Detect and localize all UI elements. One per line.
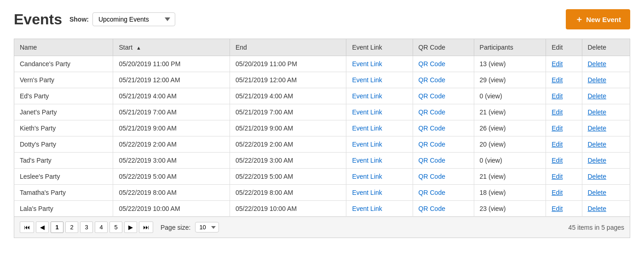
first-page-button[interactable]: ⏮ (20, 221, 34, 233)
edit-link[interactable]: Edit (552, 189, 563, 196)
cell-event-link[interactable]: Event Link (346, 153, 413, 169)
cell-qr-code[interactable]: QR Code (413, 153, 474, 169)
qr-code-anchor[interactable]: QR Code (419, 189, 445, 196)
cell-event-link[interactable]: Event Link (346, 201, 413, 217)
cell-qr-code[interactable]: QR Code (413, 136, 474, 153)
edit-link[interactable]: Edit (552, 205, 563, 212)
delete-link[interactable]: Delete (588, 157, 606, 164)
cell-edit[interactable]: Edit (546, 136, 582, 153)
qr-code-anchor[interactable]: QR Code (419, 141, 445, 148)
page-1-button[interactable]: 1 (51, 221, 63, 233)
next-page-button[interactable]: ▶ (124, 221, 137, 233)
delete-link[interactable]: Delete (588, 60, 606, 68)
delete-link[interactable]: Delete (588, 205, 606, 212)
cell-qr-code[interactable]: QR Code (413, 104, 474, 120)
cell-edit[interactable]: Edit (546, 201, 582, 217)
edit-link[interactable]: Edit (552, 141, 563, 148)
qr-code-anchor[interactable]: QR Code (419, 173, 445, 180)
cell-edit[interactable]: Edit (546, 169, 582, 185)
cell-edit[interactable]: Edit (546, 120, 582, 136)
col-name[interactable]: Name (14, 39, 113, 56)
cell-delete[interactable]: Delete (582, 56, 630, 72)
delete-link[interactable]: Delete (588, 141, 606, 148)
edit-link[interactable]: Edit (552, 108, 563, 116)
col-end[interactable]: End (230, 39, 346, 56)
edit-link[interactable]: Edit (552, 60, 563, 68)
event-link-anchor[interactable]: Event Link (352, 125, 382, 132)
cell-event-link[interactable]: Event Link (346, 120, 413, 136)
cell-qr-code[interactable]: QR Code (413, 72, 474, 88)
col-participants[interactable]: Participants (474, 39, 546, 56)
cell-delete[interactable]: Delete (582, 185, 630, 201)
delete-link[interactable]: Delete (588, 76, 606, 84)
delete-link[interactable]: Delete (588, 125, 606, 132)
edit-link[interactable]: Edit (552, 76, 563, 84)
cell-event-link[interactable]: Event Link (346, 136, 413, 153)
edit-link[interactable]: Edit (552, 125, 563, 132)
page-size-select[interactable]: 10 25 50 100 (195, 222, 219, 233)
page-5-button[interactable]: 5 (109, 221, 122, 233)
delete-link[interactable]: Delete (588, 108, 606, 116)
cell-delete[interactable]: Delete (582, 120, 630, 136)
cell-edit[interactable]: Edit (546, 185, 582, 201)
qr-code-anchor[interactable]: QR Code (419, 205, 445, 212)
edit-link[interactable]: Edit (552, 173, 563, 180)
edit-link[interactable]: Edit (552, 157, 563, 164)
event-link-anchor[interactable]: Event Link (352, 76, 382, 84)
qr-code-anchor[interactable]: QR Code (419, 157, 445, 164)
cell-qr-code[interactable]: QR Code (413, 169, 474, 185)
cell-edit[interactable]: Edit (546, 56, 582, 72)
cell-delete[interactable]: Delete (582, 72, 630, 88)
show-select[interactable]: Upcoming Events Past Events All Events (92, 12, 175, 26)
qr-code-anchor[interactable]: QR Code (419, 60, 445, 68)
cell-delete[interactable]: Delete (582, 88, 630, 104)
event-link-anchor[interactable]: Event Link (352, 157, 382, 164)
cell-qr-code[interactable]: QR Code (413, 56, 474, 72)
col-start[interactable]: Start ▲ (113, 39, 230, 56)
col-event-link[interactable]: Event Link (346, 39, 413, 56)
prev-page-button[interactable]: ◀ (36, 221, 49, 233)
edit-link[interactable]: Edit (552, 92, 563, 100)
cell-qr-code[interactable]: QR Code (413, 120, 474, 136)
last-page-button[interactable]: ⏭ (139, 221, 153, 233)
cell-qr-code[interactable]: QR Code (413, 88, 474, 104)
delete-link[interactable]: Delete (588, 92, 606, 100)
cell-delete[interactable]: Delete (582, 104, 630, 120)
event-link-anchor[interactable]: Event Link (352, 141, 382, 148)
event-link-anchor[interactable]: Event Link (352, 205, 382, 212)
col-edit[interactable]: Edit (546, 39, 582, 56)
qr-code-anchor[interactable]: QR Code (419, 76, 445, 84)
event-link-anchor[interactable]: Event Link (352, 173, 382, 180)
cell-delete[interactable]: Delete (582, 153, 630, 169)
page-2-button[interactable]: 2 (65, 221, 78, 233)
cell-event-link[interactable]: Event Link (346, 185, 413, 201)
qr-code-anchor[interactable]: QR Code (419, 125, 445, 132)
page-4-button[interactable]: 4 (95, 221, 108, 233)
delete-link[interactable]: Delete (588, 189, 606, 196)
cell-delete[interactable]: Delete (582, 201, 630, 217)
cell-delete[interactable]: Delete (582, 136, 630, 153)
event-link-anchor[interactable]: Event Link (352, 92, 382, 100)
delete-link[interactable]: Delete (588, 173, 606, 180)
cell-event-link[interactable]: Event Link (346, 104, 413, 120)
cell-qr-code[interactable]: QR Code (413, 185, 474, 201)
new-event-button[interactable]: ＋ New Event (566, 9, 630, 29)
cell-edit[interactable]: Edit (546, 104, 582, 120)
cell-event-link[interactable]: Event Link (346, 56, 413, 72)
event-link-anchor[interactable]: Event Link (352, 108, 382, 116)
cell-edit[interactable]: Edit (546, 88, 582, 104)
cell-delete[interactable]: Delete (582, 169, 630, 185)
col-qr-code[interactable]: QR Code (413, 39, 474, 56)
page-3-button[interactable]: 3 (80, 221, 93, 233)
cell-qr-code[interactable]: QR Code (413, 201, 474, 217)
cell-edit[interactable]: Edit (546, 153, 582, 169)
col-delete[interactable]: Delete (582, 39, 630, 56)
qr-code-anchor[interactable]: QR Code (419, 92, 445, 100)
cell-event-link[interactable]: Event Link (346, 88, 413, 104)
cell-edit[interactable]: Edit (546, 72, 582, 88)
event-link-anchor[interactable]: Event Link (352, 60, 382, 68)
cell-event-link[interactable]: Event Link (346, 72, 413, 88)
qr-code-anchor[interactable]: QR Code (419, 108, 445, 116)
cell-event-link[interactable]: Event Link (346, 169, 413, 185)
event-link-anchor[interactable]: Event Link (352, 189, 382, 196)
